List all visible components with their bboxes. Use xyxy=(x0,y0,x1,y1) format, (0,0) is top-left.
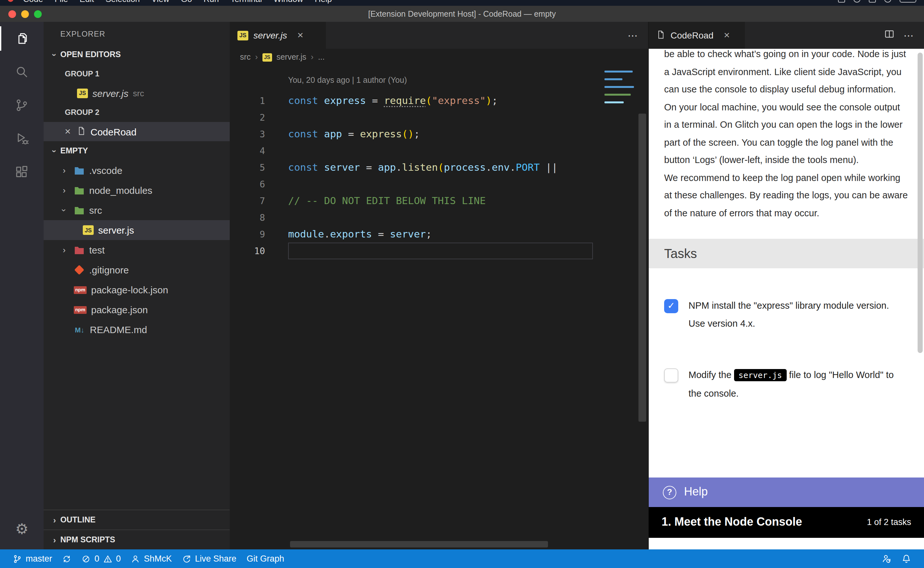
open-editor-detail: src xyxy=(133,88,144,98)
help-button[interactable]: Help xyxy=(649,477,924,507)
open-editors-header[interactable]: OPEN EDITORS xyxy=(44,45,230,64)
line-content: const express = require("express"); xyxy=(288,92,593,109)
breadcrumb-folder[interactable]: src xyxy=(240,53,250,62)
token-bracket: ( xyxy=(426,95,432,107)
close-tab-icon[interactable] xyxy=(724,30,730,41)
chevron-right-icon xyxy=(59,186,69,195)
minimize-window-button[interactable] xyxy=(21,10,29,18)
horizontal-scrollbar-thumb[interactable] xyxy=(290,541,548,547)
vertical-scrollbar-thumb[interactable] xyxy=(638,113,646,421)
minimap[interactable] xyxy=(604,71,634,109)
token-variable: env xyxy=(492,162,510,173)
extensions-activity-icon[interactable] xyxy=(0,155,44,189)
menu-window[interactable]: Window xyxy=(268,0,309,3)
live-share-status[interactable]: Live Share xyxy=(177,549,241,568)
code-lines: 1const express = require("express");23co… xyxy=(230,92,648,259)
open-editor-serverjs[interactable]: server.js src xyxy=(44,83,230,103)
code-editor[interactable]: You, 20 days ago | 1 author (You) 1const… xyxy=(230,65,648,549)
tree-item-src[interactable]: src xyxy=(44,200,230,220)
code-line-10[interactable]: 10 xyxy=(230,243,648,259)
breadcrumb-file[interactable]: server.js xyxy=(277,53,306,62)
menu-view[interactable]: View xyxy=(146,0,175,3)
token-variable: exports xyxy=(330,228,372,240)
notifications-status[interactable] xyxy=(897,554,916,563)
menu-edit[interactable]: Edit xyxy=(74,0,100,3)
open-editor-coderoad[interactable]: CodeRoad xyxy=(44,122,230,141)
task-checkbox-checked[interactable] xyxy=(664,299,678,313)
open-editors-group-2-label: GROUP 2 xyxy=(44,103,230,122)
workspace-section-header[interactable]: EMPTY xyxy=(44,141,230,160)
split-editor-icon[interactable] xyxy=(884,29,894,42)
menubar-status-icon[interactable] xyxy=(869,0,876,2)
coderoad-user-status[interactable]: ShMcK xyxy=(126,549,177,568)
tree-item-readme-md[interactable]: README.md xyxy=(44,320,230,340)
code-line-5[interactable]: 5const server = app.listen(process.env.P… xyxy=(230,159,648,176)
menu-help[interactable]: Help xyxy=(309,0,338,3)
error-icon xyxy=(82,554,91,563)
sidebar-explorer: EXPLORER OPEN EDITORS GROUP 1 server.js … xyxy=(44,22,230,549)
code-line-6[interactable]: 6 xyxy=(230,176,648,193)
token-function: require xyxy=(384,95,426,107)
token-variable: app xyxy=(378,162,396,173)
tree-item-vscode[interactable]: .vscode xyxy=(44,160,230,180)
problems-status[interactable]: 0 0 xyxy=(77,549,126,568)
token-punctuation: . xyxy=(396,162,402,173)
code-line-1[interactable]: 1const express = require("express"); xyxy=(230,92,648,109)
code-line-8[interactable]: 8 xyxy=(230,209,648,226)
lesson-paragraph: be able to check what’s going on in your… xyxy=(664,49,909,169)
search-activity-icon[interactable] xyxy=(0,55,44,89)
token-punctuation: || xyxy=(540,162,558,173)
webview-scrollbar-thumb[interactable] xyxy=(918,53,923,353)
more-actions-icon[interactable] xyxy=(627,29,638,41)
npm-icon xyxy=(74,286,87,294)
outline-section-header[interactable]: OUTLINE xyxy=(44,510,230,529)
close-icon[interactable] xyxy=(63,126,72,137)
titlebar[interactable]: [Extension Development Host] - CodeRoad … xyxy=(0,6,924,22)
account-status[interactable] xyxy=(877,554,897,563)
menu-selection[interactable]: Selection xyxy=(100,0,146,3)
menu-terminal[interactable]: Terminal xyxy=(225,0,268,3)
tab-serverjs[interactable]: server.js xyxy=(230,22,326,49)
tab-coderoad[interactable]: CodeRoad xyxy=(649,22,745,49)
apple-menu-icon[interactable] xyxy=(8,0,14,2)
tree-item-gitignore[interactable]: .gitignore xyxy=(44,260,230,280)
menubar-status-icon[interactable] xyxy=(838,0,845,2)
menu-file[interactable]: File xyxy=(49,0,74,3)
close-window-button[interactable] xyxy=(8,10,16,18)
code-line-9[interactable]: 9module.exports = server; xyxy=(230,226,648,243)
tree-item-package-lock-json[interactable]: package-lock.json xyxy=(44,280,230,300)
npm-scripts-section-header[interactable]: NPM SCRIPTS xyxy=(44,529,230,549)
workspace-label: EMPTY xyxy=(60,147,88,155)
breadcrumb-symbol[interactable]: ... xyxy=(318,53,325,62)
settings-gear-icon[interactable] xyxy=(0,512,44,545)
code-line-2[interactable]: 2 xyxy=(230,109,648,126)
warning-count: 0 xyxy=(116,554,121,563)
code-line-4[interactable]: 4 xyxy=(230,142,648,159)
menu-code[interactable]: Code xyxy=(17,0,49,3)
chevron-right-icon xyxy=(311,53,314,62)
tree-item-test[interactable]: test xyxy=(44,240,230,260)
code-line-3[interactable]: 3const app = express(); xyxy=(230,126,648,142)
more-actions-icon[interactable] xyxy=(903,29,914,41)
code-line-7[interactable]: 7// -- DO NOT EDIT BELOW THIS LINE xyxy=(230,193,648,209)
token-variable: app xyxy=(324,128,342,140)
zoom-window-button[interactable] xyxy=(34,10,42,18)
menu-go[interactable]: Go xyxy=(175,0,198,3)
sync-status[interactable] xyxy=(57,549,77,568)
tree-item-server-js[interactable]: server.js xyxy=(44,220,230,240)
source-control-activity-icon[interactable] xyxy=(0,89,44,122)
menubar-status-icon[interactable] xyxy=(853,0,861,2)
close-tab-icon[interactable] xyxy=(297,30,303,41)
minimap-line xyxy=(604,78,622,80)
git-branch-status[interactable]: master xyxy=(8,549,57,568)
git-graph-status[interactable]: Git Graph xyxy=(241,549,289,568)
task-checkbox-unchecked[interactable] xyxy=(664,369,678,382)
tree-item-node-modules[interactable]: node_modules xyxy=(44,180,230,200)
lesson-footer[interactable]: 1. Meet the Node Console 1 of 2 tasks xyxy=(649,507,924,538)
menubar-status-icon[interactable] xyxy=(884,0,891,2)
explorer-activity-icon[interactable] xyxy=(0,22,44,55)
tree-item-package-json[interactable]: package.json xyxy=(44,300,230,320)
menu-run[interactable]: Run xyxy=(197,0,225,3)
run-debug-activity-icon[interactable] xyxy=(0,122,44,155)
codelens-blame[interactable]: You, 20 days ago | 1 author (You) xyxy=(288,76,648,89)
